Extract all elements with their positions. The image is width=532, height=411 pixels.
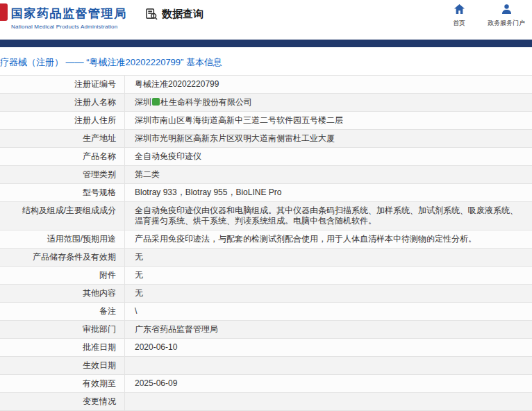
row-label: 变更情况 bbox=[0, 393, 125, 410]
row-label: 审批部门 bbox=[0, 321, 125, 338]
row-label: 备注 bbox=[0, 303, 125, 320]
row-value bbox=[125, 357, 532, 374]
page-title: 医疗器械（注册） —— “粤械注准20202220799” 基本信息 bbox=[0, 47, 532, 75]
table-row: 注册人名称深圳杜生命科学股份有限公司 bbox=[0, 94, 532, 112]
row-value: 全自动免疫印迹仪 bbox=[125, 148, 532, 165]
agency-name-cn: 国家药品监督管理局 bbox=[11, 6, 127, 22]
user-icon bbox=[501, 4, 512, 17]
row-label: 注册人名称 bbox=[0, 94, 125, 111]
table-row: 生效日期 bbox=[0, 357, 532, 375]
row-value: Blotray 933，Blotray 955，BioLINE Pro bbox=[125, 184, 532, 201]
table-row: 结构及组成/主要组成成分全自动免疫印迹仪由仪器和电脑组成。其中仪器由条码扫描系统… bbox=[0, 202, 532, 230]
row-label: 管理类别 bbox=[0, 166, 125, 183]
row-label: 生效日期 bbox=[0, 357, 125, 374]
table-row: 批准日期2020-06-10 bbox=[0, 339, 532, 357]
nav-home[interactable]: 首页 bbox=[447, 4, 471, 28]
table-row: 注册人住所深圳市南山区粤海街道高新中三道二号软件园五号楼二层 bbox=[0, 112, 532, 130]
row-label: 附件 bbox=[0, 267, 125, 284]
row-value: \ bbox=[125, 303, 532, 320]
nmpa-emblem-icon bbox=[0, 3, 8, 21]
row-value: 第二类 bbox=[125, 166, 532, 183]
row-value: 深圳市南山区粤海街道高新中三道二号软件园五号楼二层 bbox=[125, 112, 532, 129]
table-row: 附件无 bbox=[0, 267, 532, 285]
row-label: 产品名称 bbox=[0, 148, 125, 165]
row-label: 生产地址 bbox=[0, 130, 125, 147]
table-row: 变更情况 bbox=[0, 393, 532, 411]
row-label: 其他内容 bbox=[0, 285, 125, 302]
table-row: 管理类别第二类 bbox=[0, 166, 532, 184]
table-row: 备注\ bbox=[0, 303, 532, 321]
main-content: 医疗器械（注册） —— “粤械注准20202220799” 基本信息 注册证编号… bbox=[0, 47, 532, 411]
data-query-label: 数据查询 bbox=[162, 8, 203, 21]
table-row: 型号规格Blotray 933，Blotray 955，BioLINE Pro bbox=[0, 184, 532, 202]
data-query-icon bbox=[146, 8, 158, 20]
row-value: 产品采用免疫印迹法，与配套的检测试剂配合使用，用于人体血清样本中待测物的定性分析… bbox=[125, 230, 532, 248]
row-label: 结构及组成/主要组成成分 bbox=[0, 202, 125, 230]
row-value bbox=[125, 393, 532, 410]
row-value: 无 bbox=[125, 249, 532, 266]
row-label: 型号规格 bbox=[0, 184, 125, 201]
row-value: 无 bbox=[125, 285, 532, 302]
table-row: 产品储存条件及有效期无 bbox=[0, 249, 532, 267]
row-label: 注册人住所 bbox=[0, 112, 125, 129]
site-header: 国家药品监督管理局 National Medical Products Admi… bbox=[0, 0, 532, 40]
row-value: 深圳市光明新区高新东片区双明大道南侧雷杜工业大厦 bbox=[125, 130, 532, 147]
home-icon bbox=[454, 4, 465, 17]
table-row: 产品名称全自动免疫印迹仪 bbox=[0, 148, 532, 166]
primary-navbar bbox=[0, 40, 532, 47]
row-value: 广东省药品监督管理局 bbox=[125, 321, 532, 338]
table-row: 注册证编号粤械注准20202220799 bbox=[0, 76, 532, 94]
agency-logo[interactable]: 国家药品监督管理局 National Medical Products Admi… bbox=[11, 6, 127, 30]
portal-label: 政务服务门户 bbox=[488, 19, 525, 28]
agency-name-en: National Medical Products Administration bbox=[11, 24, 127, 30]
row-value: 2020-06-10 bbox=[125, 339, 532, 356]
table-row: 生产地址深圳市光明新区高新东片区双明大道南侧雷杜工业大厦 bbox=[0, 130, 532, 148]
row-label: 注册证编号 bbox=[0, 76, 125, 93]
row-value: 2025-06-09 bbox=[125, 375, 532, 392]
nav-data-query[interactable]: 数据查询 bbox=[146, 8, 203, 21]
table-row: 适用范围/预期用途产品采用免疫印迹法，与配套的检测试剂配合使用，用于人体血清样本… bbox=[0, 230, 532, 249]
table-row: 有效期至2025-06-09 bbox=[0, 375, 532, 393]
row-label: 批准日期 bbox=[0, 339, 125, 356]
row-label: 有效期至 bbox=[0, 375, 125, 392]
nav-portal[interactable]: 政务服务门户 bbox=[485, 4, 528, 28]
row-value: 全自动免疫印迹仪由仪器和电脑组成。其中仪器由条码扫描系统、加样系统、加试剂系统、… bbox=[125, 202, 532, 230]
row-value: 粤械注准20202220799 bbox=[125, 76, 532, 93]
row-label: 产品储存条件及有效期 bbox=[0, 249, 125, 266]
table-row: 审批部门广东省药品监督管理局 bbox=[0, 321, 532, 339]
table-row: 其他内容无 bbox=[0, 285, 532, 303]
row-value: 深圳杜生命科学股份有限公司 bbox=[125, 94, 532, 111]
company-logo-icon bbox=[152, 98, 160, 106]
row-label: 适用范围/预期用途 bbox=[0, 230, 125, 248]
home-label: 首页 bbox=[453, 19, 465, 28]
row-value: 无 bbox=[125, 267, 532, 284]
info-table: 注册证编号粤械注准20202220799注册人名称深圳杜生命科学股份有限公司注册… bbox=[0, 75, 532, 411]
